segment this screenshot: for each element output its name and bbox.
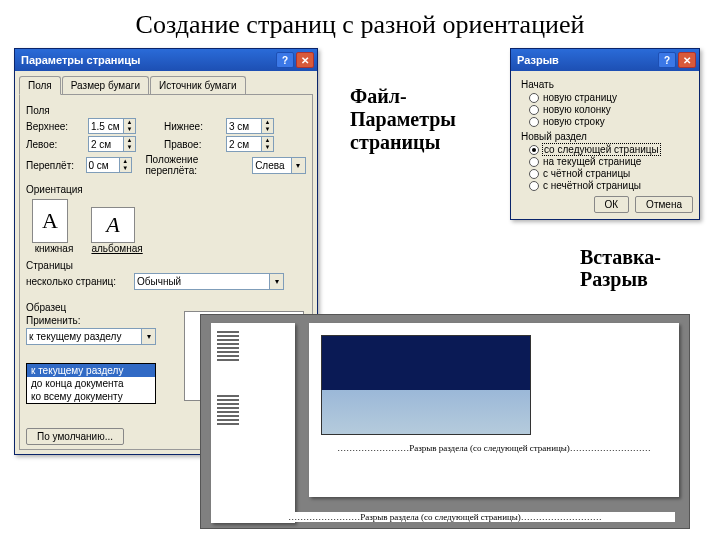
page-landscape: ……………………Разрыв раздела (со следующей стр…: [309, 323, 679, 497]
label-gutter-pos: Положение переплёта:: [145, 154, 248, 176]
landscape-icon: А: [91, 207, 135, 243]
orientation-portrait[interactable]: А книжная: [32, 199, 76, 254]
orientation-landscape[interactable]: А альбомная: [91, 207, 143, 254]
group-pages-label: Страницы: [26, 260, 306, 271]
page-setup-title: Параметры страницы: [21, 54, 140, 66]
orientation-portrait-label: книжная: [32, 243, 76, 254]
radio-even-page[interactable]: [529, 169, 539, 179]
radio-this-page[interactable]: [529, 157, 539, 167]
input-gutter[interactable]: 0 см▲▼: [86, 157, 132, 173]
label-gutter: Переплёт:: [26, 160, 82, 171]
portrait-icon: А: [32, 199, 68, 243]
label-new-line: новую строку: [543, 116, 605, 127]
break-titlebar[interactable]: Разрыв ? ✕: [511, 49, 699, 71]
apply-option-to-end[interactable]: до конца документа: [27, 377, 155, 390]
input-top-margin[interactable]: 1.5 см▲▼: [88, 118, 136, 134]
input-bottom-margin[interactable]: 3 см▲▼: [226, 118, 274, 134]
label-top: Верхнее:: [26, 121, 84, 132]
radio-new-line[interactable]: [529, 117, 539, 127]
group-new-section: Новый раздел: [521, 131, 693, 142]
section-break-marker-outer: ……………………Разрыв раздела (со следующей стр…: [215, 512, 675, 522]
apply-option-whole-doc[interactable]: ко всему документу: [27, 390, 155, 403]
break-dialog: Разрыв ? ✕ Начать новую страницу новую к…: [510, 48, 700, 220]
input-right-margin[interactable]: 2 см▲▼: [226, 136, 274, 152]
slide-title: Создание страниц с разной ориентацией: [0, 10, 720, 40]
input-left-margin[interactable]: 2 см▲▼: [88, 136, 136, 152]
label-next-page: со следующей страницы: [543, 144, 660, 155]
tab-paper-source[interactable]: Источник бумаги: [150, 76, 246, 95]
section-break-marker-inner: ……………………Разрыв раздела (со следующей стр…: [321, 443, 667, 453]
annotation-insert-break: Вставка- Разрыв: [580, 246, 661, 290]
group-start: Начать: [521, 79, 693, 90]
page-setup-tabs: Поля Размер бумаги Источник бумаги: [15, 71, 317, 94]
page-portrait: [211, 323, 295, 523]
group-margins-label: Поля: [26, 105, 306, 116]
break-cancel-button[interactable]: Отмена: [635, 196, 693, 213]
label-bottom: Нижнее:: [164, 121, 222, 132]
label-left: Левое:: [26, 139, 84, 150]
label-right: Правое:: [164, 139, 222, 150]
radio-new-column[interactable]: [529, 105, 539, 115]
inserted-image: [321, 335, 531, 435]
group-orientation-label: Ориентация: [26, 184, 306, 195]
break-title: Разрыв: [517, 54, 559, 66]
radio-new-page[interactable]: [529, 93, 539, 103]
break-ok-button[interactable]: ОК: [594, 196, 630, 213]
help-icon[interactable]: ?: [276, 52, 294, 68]
tab-margins[interactable]: Поля: [19, 76, 61, 95]
label-apply-to: Применить:: [26, 315, 86, 326]
apply-option-current-section[interactable]: к текущему разделу: [27, 364, 155, 377]
label-this-page: на текущей странице: [543, 156, 641, 167]
annotation-file-pagesetup: Файл- Параметры страницы: [350, 85, 456, 154]
label-new-page: новую страницу: [543, 92, 617, 103]
combo-multi-pages[interactable]: Обычный▾: [134, 273, 284, 290]
orientation-landscape-label: альбомная: [91, 243, 143, 254]
label-new-column: новую колонку: [543, 104, 611, 115]
page-setup-titlebar[interactable]: Параметры страницы ? ✕: [15, 49, 317, 71]
close-icon[interactable]: ✕: [678, 52, 696, 68]
radio-odd-page[interactable]: [529, 181, 539, 191]
combo-apply-to[interactable]: к текущему разделу▾: [26, 328, 156, 345]
combo-gutter-pos[interactable]: Слева▾: [252, 157, 306, 174]
document-preview-area: ……………………Разрыв раздела (со следующей стр…: [200, 314, 690, 529]
apply-to-dropdown[interactable]: к текущему разделу до конца документа ко…: [26, 363, 156, 404]
close-icon[interactable]: ✕: [296, 52, 314, 68]
label-even-page: с чётной страницы: [543, 168, 630, 179]
help-icon[interactable]: ?: [658, 52, 676, 68]
label-multi-pages: несколько страниц:: [26, 276, 130, 287]
label-odd-page: с нечётной страницы: [543, 180, 641, 191]
tab-paper-size[interactable]: Размер бумаги: [62, 76, 149, 95]
radio-next-page[interactable]: [529, 145, 539, 155]
default-button[interactable]: По умолчанию...: [26, 428, 124, 445]
